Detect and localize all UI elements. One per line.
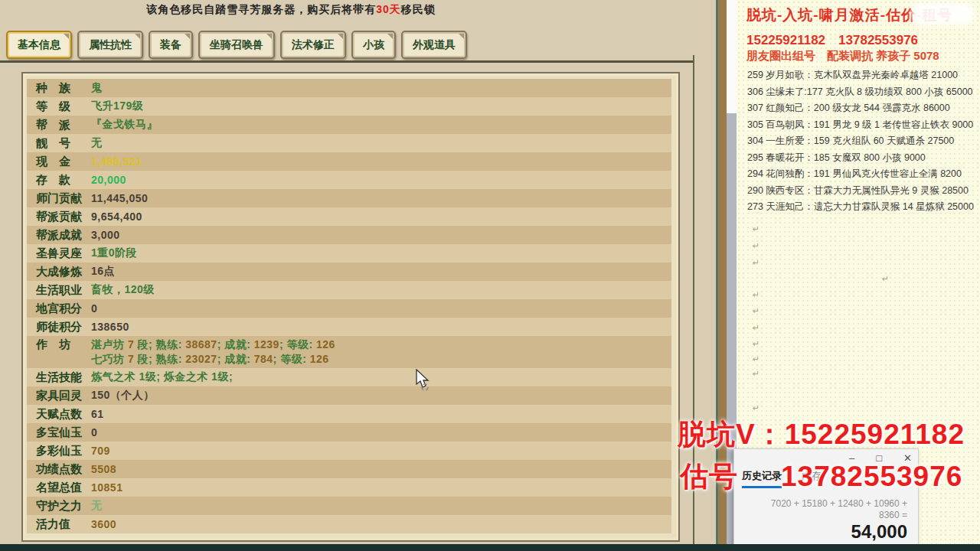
tab-item[interactable]: 装备 <box>149 31 193 59</box>
watermark-line-2: 估号13782553976 <box>680 458 962 496</box>
row-value: 38687 <box>185 338 217 350</box>
listing-line: 259 岁月如歌：克木队双盘异光秦岭卓越塔 21000 <box>747 67 977 84</box>
row-value: 段; 熟练: <box>134 338 185 350</box>
workshop-lines: 湛卢坊 7 段; 熟练: 38687; 成就: 1239; 等级: 126七巧坊… <box>91 337 335 367</box>
row-value: 3,000 <box>91 229 120 241</box>
row-value: 61 <box>91 408 104 420</box>
document-subtitle: 朋友圈出组号 配装调抗 养孩子 5078 <box>746 49 939 64</box>
pilcrow-mark: ↵ <box>882 274 889 284</box>
pilcrow-mark: ↵ <box>753 258 760 268</box>
row-value: 20,000 <box>91 174 126 186</box>
pilcrow-mark: ↵ <box>753 224 760 234</box>
info-row: 存 款20,000 <box>27 171 671 189</box>
tab-item[interactable]: 外观道具 <box>401 31 467 59</box>
info-row: 多彩仙玉709 <box>27 442 671 460</box>
info-row: 生活职业畜牧，120级 <box>27 281 671 299</box>
row-label: 名望总值 <box>36 481 91 495</box>
history-expression: 7020 + 15180 + 12480 + 10960 + 8360 = <box>771 498 907 521</box>
info-row: 帮 派『金戈铁马』 <box>27 116 671 134</box>
row-label: 大成修炼 <box>36 265 91 279</box>
pilcrow-mark: ↵ <box>753 306 760 316</box>
row-value: 1重0阶段 <box>91 246 137 260</box>
row-label: 守护之力 <box>36 499 91 514</box>
listing-line: 295 春暖花开：185 女魔双 800 小孩 9000 <box>747 150 977 167</box>
row-value: 784 <box>254 353 273 365</box>
watermark-number: 13782553976 <box>781 461 962 492</box>
row-value: 段; 熟练: <box>134 353 185 365</box>
watermark-line-1: 脱坑V：15225921182 <box>678 416 965 454</box>
row-value: 7 <box>128 353 134 365</box>
row-label: 帮派成就 <box>36 228 91 243</box>
white-smudge-overlay <box>911 3 974 24</box>
basic-info-panel: 种 族鬼等 级飞升179级帮 派『金戈铁马』靓 号无现 金1,488,521存 … <box>21 72 680 542</box>
info-row: 守护之力无 <box>27 497 671 515</box>
row-label: 活力值 <box>36 517 91 532</box>
row-label: 生活职业 <box>36 283 91 298</box>
listing-line: 290 陕西专区：甘霖大力无属性队异光 9 灵猴 28500 <box>747 183 977 200</box>
row-label: 家具回灵 <box>36 389 91 403</box>
row-value: 无 <box>91 136 103 150</box>
banner-text: 该角色移民自踏雪寻芳服务器，购买后将带有 <box>146 3 376 15</box>
pilcrow-mark: ↵ <box>753 339 760 349</box>
pilcrow-mark: ↵ <box>753 369 760 379</box>
tab-item[interactable]: 属性抗性 <box>77 31 143 59</box>
workshop-line: 湛卢坊 7 段; 熟练: 38687; 成就: 1239; 等级: 126 <box>91 337 335 352</box>
row-label: 存 款 <box>36 173 91 187</box>
row-value: 湛卢坊 <box>91 338 128 350</box>
row-value: 飞升179级 <box>91 99 143 113</box>
listing-line: 305 百鸟朝凤：191 男龙 9 级 1 老传世容止铁衣 9000 <box>747 117 977 134</box>
row-value: 23027 <box>185 353 217 365</box>
row-value: 3600 <box>91 518 116 530</box>
game-window: 该角色移民自踏雪寻芳服务器，购买后将带有30天移民锁 基本信息属性抗性装备坐骑召… <box>0 0 727 551</box>
banner-highlight: 30天 <box>376 3 401 15</box>
row-label: 生活技能 <box>36 370 91 385</box>
listing-line: 304 一生所爱：159 克火组队 60 天赋通杀 27500 <box>747 133 977 150</box>
account-listings: 259 岁月如歌：克木队双盘异光秦岭卓越塔 21000306 尘缘未了:177 … <box>747 67 977 216</box>
history-line-1: 7020 + 15180 + 12480 + 10960 + <box>771 498 907 510</box>
row-label: 天赋点数 <box>36 407 91 422</box>
mouse-cursor <box>413 369 433 395</box>
bottom-bar <box>0 544 980 551</box>
workshop-line: 七巧坊 7 段; 熟练: 23027; 成就: 784; 等级: 126 <box>91 352 335 367</box>
tab-bar: 基本信息属性抗性装备坐骑召唤兽法术修正小孩外观道具 <box>6 31 467 59</box>
info-row: 生活技能炼气之术 1级; 烁金之术 1级; <box>27 368 671 386</box>
row-label: 圣兽灵座 <box>36 246 91 261</box>
watermark-label: 估号 <box>680 461 738 492</box>
info-row: 名望总值10851 <box>27 478 671 497</box>
info-row: 地宫积分0 <box>27 299 671 318</box>
history-result: 54,000 <box>851 521 907 543</box>
row-value: ; 等级: <box>273 353 310 365</box>
tab-item[interactable]: 基本信息 <box>6 31 72 59</box>
pilcrow-mark: ↵ <box>753 241 760 251</box>
info-row: 功绩点数5508 <box>27 460 671 478</box>
info-row: 多宝仙玉0 <box>27 423 671 442</box>
row-label: 靓 号 <box>36 136 91 151</box>
info-rows: 种 族鬼等 级飞升179级帮 派『金戈铁马』靓 号无现 金1,488,521存 … <box>27 79 671 533</box>
row-label: 现 金 <box>36 155 91 169</box>
tab-item[interactable]: 坐骑召唤兽 <box>198 31 275 59</box>
info-row: 大成修炼16点 <box>27 262 671 281</box>
tab-divider <box>0 60 694 63</box>
row-value: 5508 <box>91 463 116 475</box>
tab-item[interactable]: 法术修正 <box>280 31 346 59</box>
row-value: 9,654,400 <box>91 210 142 223</box>
row-value: 138650 <box>91 321 129 333</box>
listing-line: 307 红颜知己：200 级女龙 544 强霹克水 86000 <box>747 100 977 117</box>
row-value: 七巧坊 <box>91 353 128 365</box>
row-value: 126 <box>316 338 335 350</box>
row-value: 炼气之术 1级; 烁金之术 1级; <box>91 370 233 384</box>
tab-item[interactable]: 小孩 <box>351 31 396 59</box>
info-row: 现 金1,488,521 <box>27 152 671 171</box>
row-label: 种 族 <box>36 81 91 96</box>
row-value: ; 成就: <box>217 353 254 365</box>
info-row: 帮派贡献9,654,400 <box>27 207 671 226</box>
row-value: 0 <box>91 426 97 439</box>
row-label: 帮派贡献 <box>36 210 91 224</box>
row-value: 无 <box>91 499 103 513</box>
pilcrow-mark: ↵ <box>753 323 760 333</box>
info-row: 帮派成就3,000 <box>27 226 671 244</box>
row-value: 0 <box>91 302 97 315</box>
row-value: 10851 <box>91 481 122 494</box>
banner-text-after: 移民锁 <box>401 3 436 15</box>
row-value: 鬼 <box>91 81 103 95</box>
